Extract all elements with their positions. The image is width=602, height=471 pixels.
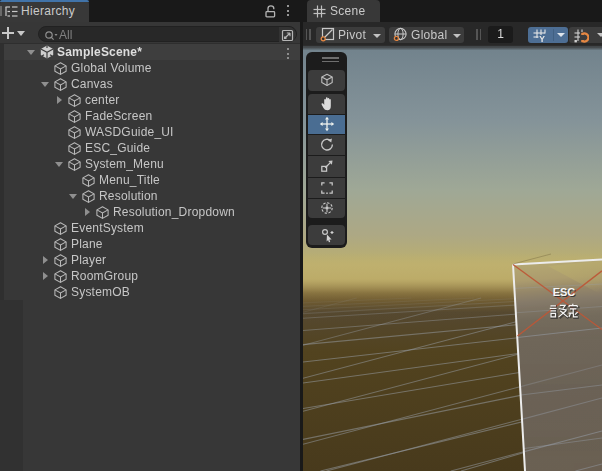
svg-text:Y: Y xyxy=(539,34,545,44)
svg-text:ESC: ESC xyxy=(553,286,576,298)
